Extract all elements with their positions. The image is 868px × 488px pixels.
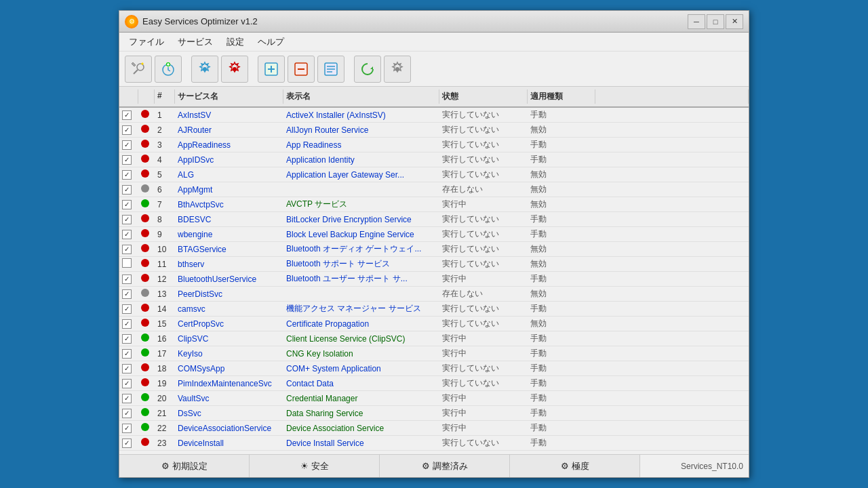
row-checkbox[interactable] — [119, 303, 138, 314]
gear-button[interactable] — [384, 56, 411, 83]
row-checkbox[interactable] — [119, 154, 138, 165]
row-num: 2 — [155, 125, 175, 136]
adjusted-button[interactable]: ⚙ 調整済み — [380, 455, 510, 477]
table-row[interactable]: 3 AppReadiness App Readiness 実行していない 手動 — [119, 138, 749, 152]
menu-service[interactable]: サービス — [171, 33, 220, 51]
row-checkbox[interactable] — [119, 199, 138, 210]
list-button[interactable] — [317, 56, 344, 83]
status-bar: ⚙ 初期設定 ☀ 安全 ⚙ 調整済み ⚙ 極度 Services_NT10.0 — [119, 454, 749, 477]
row-status: 実行していない — [439, 108, 528, 121]
row-checkbox[interactable] — [119, 214, 138, 225]
table-row[interactable]: 13 PeerDistSvc 存在しない 無効 — [119, 287, 749, 302]
row-extra — [595, 174, 749, 176]
table-row[interactable]: 8 BDESVC BitLocker Drive Encryption Serv… — [119, 212, 749, 227]
row-checkbox[interactable] — [119, 437, 138, 449]
row-checkbox[interactable] — [119, 273, 138, 285]
minimize-button[interactable]: ─ — [688, 14, 705, 29]
table-row[interactable]: 1 AxInstSV ActiveX Installer (AxInstSV) … — [119, 108, 749, 123]
row-type: 手動 — [528, 347, 595, 360]
settings-button[interactable] — [191, 56, 218, 83]
main-window: ⚙ Easy Services Optimizer v1.2 ─ □ ✕ ファイ… — [119, 10, 749, 478]
maximize-button[interactable]: □ — [707, 14, 724, 29]
row-checkbox[interactable] — [119, 228, 138, 240]
table-row[interactable]: 22 DeviceAssociationService Device Assoc… — [119, 421, 749, 436]
table-row[interactable]: 4 AppIDSvc Application Identity 実行していない … — [119, 152, 749, 167]
row-status: 実行していない — [439, 213, 528, 226]
row-service: PimIndexMaintenanceSvc — [175, 378, 283, 389]
row-service: CertPropSvc — [175, 319, 283, 329]
row-num: 20 — [155, 393, 175, 404]
row-checkbox[interactable] — [119, 169, 138, 180]
row-extra — [595, 413, 749, 414]
row-checkbox[interactable] — [119, 184, 138, 195]
table-row[interactable]: 12 BluetoothUserService Bluetooth ユーザー サ… — [119, 272, 749, 287]
table-row[interactable]: 5 ALG Application Layer Gateway Ser... 実… — [119, 167, 749, 182]
extreme-button[interactable]: ⚙ 極度 — [510, 455, 640, 477]
row-display: Bluetooth サポート サービス — [283, 258, 439, 270]
row-dot — [138, 363, 155, 374]
table-row[interactable]: 19 PimIndexMaintenanceSvc Contact Data 実… — [119, 376, 749, 391]
row-checkbox[interactable] — [119, 109, 138, 121]
menu-help[interactable]: ヘルプ — [251, 33, 291, 51]
initial-settings-button[interactable]: ⚙ 初期設定 — [119, 455, 250, 477]
row-extra — [595, 115, 749, 116]
table-row[interactable]: 23 DeviceInstall Device Install Service … — [119, 436, 749, 451]
row-checkbox[interactable] — [119, 378, 138, 389]
row-checkbox[interactable] — [119, 318, 138, 329]
row-checkbox[interactable] — [119, 124, 138, 136]
row-extra — [595, 368, 749, 369]
fire-icon: ⚙ — [561, 461, 569, 471]
close-button[interactable]: ✕ — [726, 14, 743, 29]
row-display: Data Sharing Service — [283, 408, 439, 419]
row-type: 手動 — [528, 392, 595, 405]
row-status: 存在しない — [439, 183, 528, 196]
row-status: 実行中 — [439, 198, 528, 211]
row-checkbox[interactable] — [119, 407, 138, 419]
row-checkbox[interactable] — [119, 333, 138, 344]
row-checkbox[interactable] — [119, 363, 138, 374]
row-checkbox[interactable] — [119, 139, 138, 150]
wrench-star-button[interactable] — [125, 56, 152, 83]
row-type: 手動 — [528, 332, 595, 345]
row-num: 21 — [155, 408, 175, 419]
row-checkbox[interactable] — [119, 258, 138, 270]
refresh-button[interactable] — [354, 56, 381, 83]
row-extra — [595, 353, 749, 354]
table-row[interactable]: 16 ClipSVC Client License Service (ClipS… — [119, 331, 749, 346]
menu-file[interactable]: ファイル — [122, 33, 171, 51]
row-extra — [595, 308, 749, 310]
row-num: 15 — [155, 319, 175, 329]
row-display: AllJoyn Router Service — [283, 125, 439, 136]
table-row[interactable]: 2 AJRouter AllJoyn Router Service 実行していな… — [119, 123, 749, 138]
row-checkbox[interactable] — [119, 348, 138, 359]
row-checkbox[interactable] — [119, 392, 138, 404]
row-type: 手動 — [528, 422, 595, 434]
table-row[interactable]: 21 DsSvc Data Sharing Service 実行中 手動 — [119, 406, 749, 421]
row-dot — [138, 318, 155, 329]
table-row[interactable]: 17 KeyIso CNG Key Isolation 実行中 手動 — [119, 346, 749, 361]
settings-red-button[interactable] — [221, 56, 248, 83]
row-service: ClipSVC — [175, 333, 283, 344]
row-dot — [138, 258, 155, 270]
row-checkbox[interactable] — [119, 243, 138, 255]
table-row[interactable]: 6 AppMgmt 存在しない 無効 — [119, 182, 749, 197]
table-row[interactable]: 11 bthserv Bluetooth サポート サービス 実行していない 無… — [119, 257, 749, 272]
menu-settings[interactable]: 設定 — [220, 33, 251, 51]
table-row[interactable]: 9 wbengine Block Level Backup Engine Ser… — [119, 227, 749, 242]
table-row[interactable]: 15 CertPropSvc Certificate Propagation 実… — [119, 317, 749, 331]
table-row[interactable]: 10 BTAGService Bluetooth オーディオ ゲートウェイ...… — [119, 242, 749, 257]
safe-button[interactable]: ☀ 安全 — [250, 455, 380, 477]
row-dot — [138, 184, 155, 195]
clock-button[interactable] — [155, 56, 182, 83]
remove-button[interactable] — [288, 56, 315, 83]
add-button[interactable] — [258, 56, 285, 83]
table-row[interactable]: 18 COMSysApp COM+ System Application 実行し… — [119, 361, 749, 376]
table-row[interactable]: 20 VaultSvc Credential Manager 実行中 手動 — [119, 391, 749, 406]
row-display: Application Identity — [283, 155, 439, 165]
row-checkbox[interactable] — [119, 422, 138, 434]
row-extra — [595, 338, 749, 340]
table-row[interactable]: 7 BthAvctpSvc AVCTP サービス 実行中 無効 — [119, 197, 749, 212]
table-row[interactable]: 14 camsvc 機能アクセス マネージャー サービス 実行していない 手動 — [119, 302, 749, 317]
row-checkbox[interactable] — [119, 288, 138, 300]
row-status: 実行していない — [439, 317, 528, 330]
